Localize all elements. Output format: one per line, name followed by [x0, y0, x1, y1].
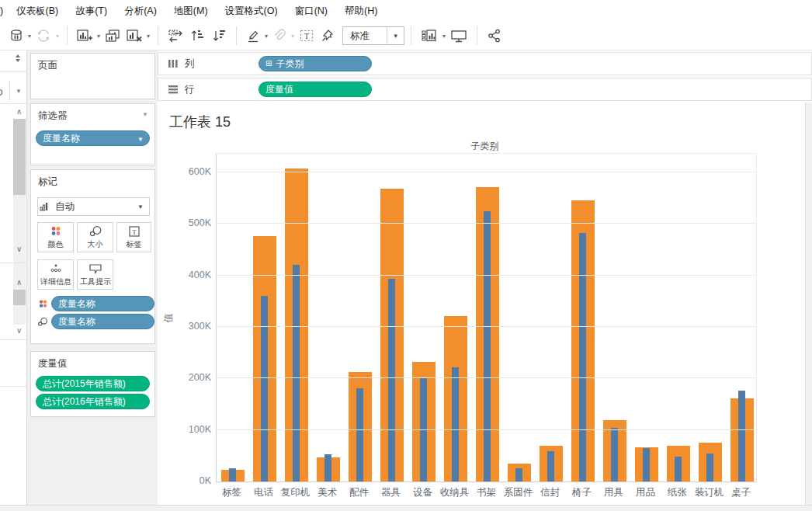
sort-descending-icon[interactable] [208, 25, 230, 47]
rows-shelf[interactable]: 行 度量值 [158, 78, 812, 101]
marks-pill-color-measure-names[interactable]: 度量名称 [51, 296, 154, 311]
data-source-caret[interactable]: ▾ [26, 33, 33, 40]
bar-2015-sales[interactable] [293, 265, 300, 481]
menu-cropped-fragment: ) [0, 5, 8, 16]
label-button[interactable]: T 标签 [116, 222, 151, 252]
fit-selector[interactable]: 标准 ▼ [342, 26, 404, 45]
x-axis-category-label: 用具 [598, 486, 630, 499]
x-axis-category-label: 设备 [407, 486, 439, 499]
chart-column-header: 子类别 [471, 140, 499, 153]
expand-plus-icon[interactable]: ⊞ [265, 59, 272, 68]
filter-pill-caret[interactable]: ▼ [137, 136, 144, 143]
new-worksheet-icon[interactable] [74, 25, 95, 47]
measure-pill-2015-sales[interactable]: 总计(2015年销售额) [36, 376, 150, 391]
scrollbar-thumb[interactable] [13, 119, 26, 195]
scrollbar-thumb[interactable] [13, 290, 26, 305]
gridline [216, 275, 757, 276]
vertical-scrollbar[interactable] [805, 103, 812, 505]
paperclip-caret[interactable]: ▾ [290, 33, 296, 40]
scroll-up-icon[interactable]: ∧ [16, 107, 22, 116]
highlight-icon[interactable] [243, 25, 263, 47]
size-icon[interactable] [36, 316, 50, 328]
bar-mark-icon [38, 201, 50, 212]
show-me-icon[interactable] [418, 25, 441, 47]
fit-selector-caret[interactable]: ▼ [387, 27, 404, 44]
menu-item-analysis[interactable]: 分析(A) [116, 5, 165, 18]
menu-item-format[interactable]: 设置格式(O) [217, 5, 286, 18]
new-worksheet-caret[interactable]: ▾ [95, 33, 102, 40]
bar-group [248, 153, 280, 481]
bar-2015-sales[interactable] [706, 454, 713, 481]
label-button-label: 标签 [127, 239, 142, 249]
columns-shelf[interactable]: 列 ⊞ 子类别 [158, 52, 812, 75]
bar-2015-sales[interactable] [229, 468, 236, 481]
plot-pane[interactable] [216, 153, 757, 481]
measure-pill-2016-sales[interactable]: 总计(2016年销售额) [36, 394, 150, 409]
marks-pill-row: 度量名称 [36, 314, 154, 329]
size-button-label: 大小 [88, 239, 103, 249]
menu-item-help[interactable]: 帮助(H) [336, 5, 386, 18]
show-mark-labels-icon[interactable]: T [296, 25, 318, 47]
measure-pill-label: 总计(2015年销售额) [43, 377, 126, 391]
data-source-icon[interactable] [6, 25, 26, 47]
scroll-down-icon[interactable]: ∨ [16, 326, 22, 335]
bar-2015-sales[interactable] [579, 233, 586, 481]
size-button[interactable]: 大小 [77, 222, 113, 252]
color-icon[interactable] [36, 298, 50, 310]
scroll-up-icon[interactable]: ∧ [16, 278, 22, 287]
filter-pill-label: 度量名称 [43, 132, 80, 145]
columns-pill-subcategory[interactable]: ⊞ 子类别 [259, 56, 372, 71]
sort-fields-icon[interactable] [13, 54, 23, 63]
paperclip-icon[interactable] [269, 25, 290, 47]
bar-2015-sales[interactable] [261, 296, 268, 481]
swap-axes-icon[interactable] [165, 25, 186, 47]
clear-sheet-icon[interactable] [123, 25, 145, 47]
svg-text:T: T [304, 32, 309, 40]
rows-pill-measure-values[interactable]: 度量值 [259, 82, 372, 97]
mark-type-caret[interactable]: ▼ [132, 198, 149, 215]
bar-2015-sales[interactable] [643, 448, 650, 481]
show-me-caret[interactable]: ▾ [441, 33, 447, 40]
menu-item-window[interactable]: 窗口(N) [286, 5, 336, 18]
bar-2015-sales[interactable] [611, 428, 618, 481]
clear-sheet-caret[interactable]: ▾ [145, 33, 151, 40]
sheet-title: 工作表 15 [169, 113, 231, 131]
filter-pill-measure-names[interactable]: 度量名称 ▼ [36, 130, 150, 146]
mark-type-dropdown[interactable]: 自动 ▼ [37, 197, 150, 216]
bar-2015-sales[interactable] [675, 457, 682, 482]
menu-item-story[interactable]: 故事(T) [67, 5, 116, 18]
detail-icon [48, 262, 64, 276]
x-axis-category-label: 桌子 [725, 486, 757, 499]
duplicate-sheet-icon[interactable] [102, 25, 123, 47]
share-icon[interactable] [484, 25, 505, 47]
menu-item-dashboard[interactable]: 仪表板(B) [8, 5, 67, 18]
bar-2015-sales[interactable] [356, 388, 363, 481]
menu-item-map[interactable]: 地图(M) [165, 5, 217, 18]
shelves: 列 ⊞ 子类别 行 度量值 [158, 50, 812, 103]
tooltip-button[interactable]: 工具提示 [77, 259, 113, 290]
bar-2015-sales[interactable] [388, 279, 395, 481]
tableau-window: ) 仪表板(B)故事(T)分析(A)地图(M)设置格式(O)窗口(N)帮助(H)… [0, 0, 812, 511]
marks-card-title: 标记 [31, 170, 154, 189]
presentation-mode-icon[interactable] [447, 25, 470, 47]
sort-ascending-icon[interactable] [186, 25, 208, 47]
cards-column: 页面 筛选器 ▼ 度量名称 ▼ 标记 自动 ▼ 颜色 大小 [27, 50, 158, 505]
bar-2015-sales[interactable] [515, 468, 522, 481]
bar-2015-sales[interactable] [547, 451, 554, 481]
filters-collapse-caret[interactable]: ▼ [142, 111, 148, 118]
bar-2015-sales[interactable] [738, 391, 745, 481]
scroll-down-icon[interactable]: ∨ [16, 245, 22, 253]
bar-group [408, 153, 439, 481]
marks-card: 标记 自动 ▼ 颜色 大小 T 标签 详细信息 [30, 169, 155, 344]
color-button[interactable]: 颜色 [37, 222, 74, 252]
bar-2015-sales[interactable] [324, 454, 331, 481]
redo-caret[interactable]: ▾ [54, 33, 61, 40]
detail-button[interactable]: 详细信息 [37, 259, 74, 290]
bar-2015-sales[interactable] [452, 367, 459, 481]
pane-dropdown-caret[interactable]: ▼ [16, 88, 22, 95]
fix-axes-pin-icon[interactable] [318, 25, 338, 47]
highlight-caret[interactable]: ▾ [263, 33, 269, 40]
undo-redo-icon[interactable] [33, 25, 54, 47]
marks-pill-size-measure-names[interactable]: 度量名称 [51, 314, 154, 329]
bar-2015-sales[interactable] [484, 211, 491, 481]
